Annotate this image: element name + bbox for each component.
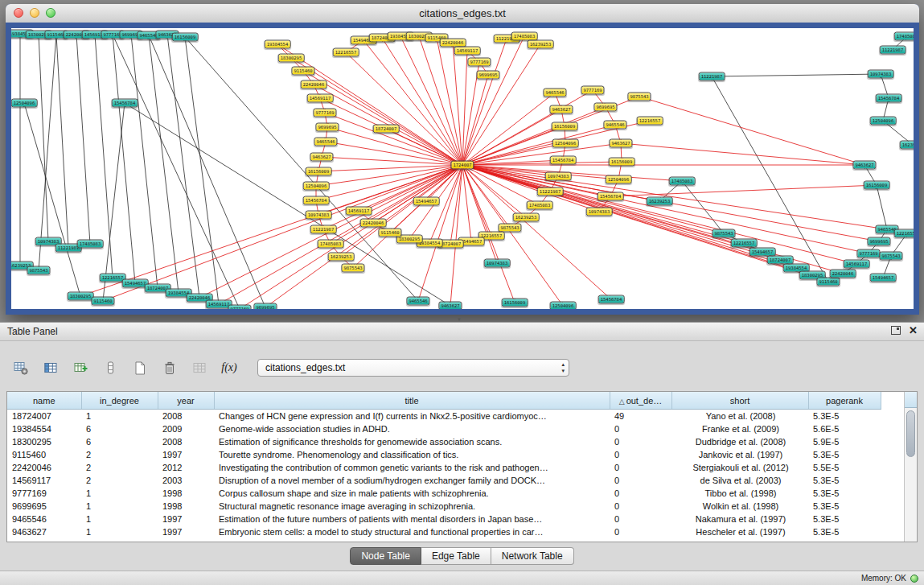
column-header-short[interactable]: short [671,392,808,410]
graph-node[interactable]: 10974383 [484,259,511,268]
graph-node[interactable]: 18300295 [68,292,94,301]
graph-node[interactable]: 18300295 [278,54,305,63]
graph-node[interactable]: 15456784 [112,99,138,108]
graph-node[interactable]: 11221987 [537,187,564,196]
scrollbar-thumb[interactable] [906,410,915,457]
show-columns-icon[interactable] [39,357,62,378]
red-edge[interactable] [303,71,462,165]
column-header-title[interactable]: title [214,392,610,410]
graph-node[interactable]: 12216557 [637,117,663,126]
graph-node[interactable]: 9875543 [27,266,50,275]
graph-node[interactable]: 16239253 [328,253,355,262]
table-row[interactable]: 1872400712008Changes of HCN gene express… [7,410,881,423]
graph-node[interactable]: 9463627 [609,139,632,148]
black-edge[interactable] [113,35,135,283]
graph-node[interactable]: 14569117 [307,94,334,103]
column-header-pagerank[interactable]: pagerank [808,392,881,410]
graph-node[interactable]: 17485083 [318,240,344,249]
graph-node[interactable]: 17485083 [669,177,696,186]
black-edge[interactable] [185,37,219,304]
black-edge[interactable] [113,35,240,309]
graph-node[interactable]: 18724007 [373,125,400,134]
graph-node[interactable]: 15456784 [303,196,330,205]
graph-node[interactable]: 12504096 [552,139,579,148]
window-titlebar[interactable]: citations_edges.txt [6,4,919,23]
table-row[interactable]: 1456911722003Disruption of a novel membe… [7,474,881,487]
graph-node[interactable]: 15456784 [598,192,624,201]
graph-node[interactable]: 11221987 [699,72,725,81]
graph-node[interactable]: 15456784 [550,156,577,165]
red-edge[interactable] [462,162,622,165]
graph-node[interactable]: 9777169 [313,109,336,117]
red-edge[interactable] [462,165,497,263]
red-edge[interactable] [277,44,462,165]
graph-node[interactable]: 17485083 [527,201,553,210]
graph-node[interactable]: 9699695 [476,71,499,80]
graph-node[interactable]: 9463627 [310,153,333,162]
delete-icon[interactable] [158,357,181,378]
black-edge[interactable] [39,35,56,270]
red-edge[interactable] [240,165,462,309]
graph-node[interactable]: 9463627 [549,105,573,114]
graph-node[interactable]: 12504096 [11,99,38,108]
red-edge[interactable] [265,165,462,307]
red-edge[interactable] [322,157,462,165]
function-builder-icon[interactable]: f(x) [218,357,240,378]
column-header-year[interactable]: year [158,392,214,410]
tab-network-table[interactable]: Network Table [491,547,574,565]
graph-node[interactable]: 12216557 [333,48,359,57]
graph-node[interactable]: 9777169 [856,249,880,258]
graph-node[interactable]: 16239253 [513,213,540,222]
graph-node[interactable]: 22420046 [360,219,387,228]
graph-node[interactable]: 17485083 [77,240,104,249]
add-column-icon[interactable] [69,357,92,378]
graph-node[interactable]: 9875543 [341,264,364,273]
table-row[interactable]: 911546021997Tourette syndrome. Phenomeno… [7,448,881,461]
graph-node[interactable]: 12216557 [731,239,758,248]
graph-node[interactable]: 9699695 [593,103,617,112]
graph-node[interactable]: 10974383 [868,70,894,79]
float-panel-icon[interactable] [891,326,901,335]
graph-node[interactable]: 9465546 [603,121,626,130]
network-canvas[interactable]: 1724007193845541830029591154602242004614… [6,23,919,315]
table-selector-dropdown[interactable]: citations_edges.txt ▴▾ [257,359,569,377]
graph-node[interactable]: 9463627 [438,302,462,311]
graph-node[interactable]: 16156009 [306,167,332,176]
graph-node[interactable]: 9465546 [406,297,429,306]
graph-node[interactable]: 12504096 [606,175,632,184]
graph-node[interactable]: 16239253 [647,197,673,206]
graph-node[interactable]: 9777169 [581,86,604,95]
black-edge[interactable] [167,35,199,298]
graph-node[interactable]: 15456784 [876,94,902,103]
red-edge[interactable] [419,36,462,165]
red-edge[interactable] [462,51,467,165]
table-row[interactable]: 977716911998Corpus callosum shape and si… [7,487,881,500]
graph-node[interactable]: 9115460 [291,67,314,76]
graph-node[interactable]: 14569117 [844,260,870,269]
graph-node[interactable]: 9777169 [467,58,491,67]
graph-node[interactable]: 11221987 [310,225,337,234]
graph-node[interactable]: 1724007 [450,161,474,170]
graph-node[interactable]: 16156009 [552,122,578,131]
black-edge[interactable] [149,35,179,293]
red-edge[interactable] [462,125,615,165]
graph-node[interactable]: 15456784 [598,295,625,304]
table-row[interactable]: 1938455462009Genome-wide association stu… [7,422,881,435]
table-row[interactable]: 946554611997Estimation of the future num… [7,513,881,525]
graph-node[interactable]: 22420046 [301,80,327,89]
graph-node[interactable]: 10974383 [306,211,332,220]
graph-node[interactable]: 16156009 [864,181,890,190]
graph-node[interactable]: 10974383 [545,172,572,181]
graph-node[interactable]: 16156009 [502,299,528,307]
table-row[interactable]: 946362711997Embryonic stem cells: a mode… [7,525,881,538]
panel-resize-handle[interactable]: ▾ [453,316,466,322]
graph-node[interactable]: 9115460 [378,229,401,237]
graph-node[interactable]: 16156009 [609,158,635,167]
black-edge[interactable] [877,185,887,229]
tab-edge-table[interactable]: Edge Table [421,547,491,565]
new-document-icon[interactable] [129,357,151,378]
graph-node[interactable]: 9699695 [867,237,890,246]
black-edge[interactable] [712,74,881,76]
table-row[interactable]: 2242004622012Investigating the contribut… [7,461,881,474]
graph-node[interactable]: 9465546 [543,89,566,97]
